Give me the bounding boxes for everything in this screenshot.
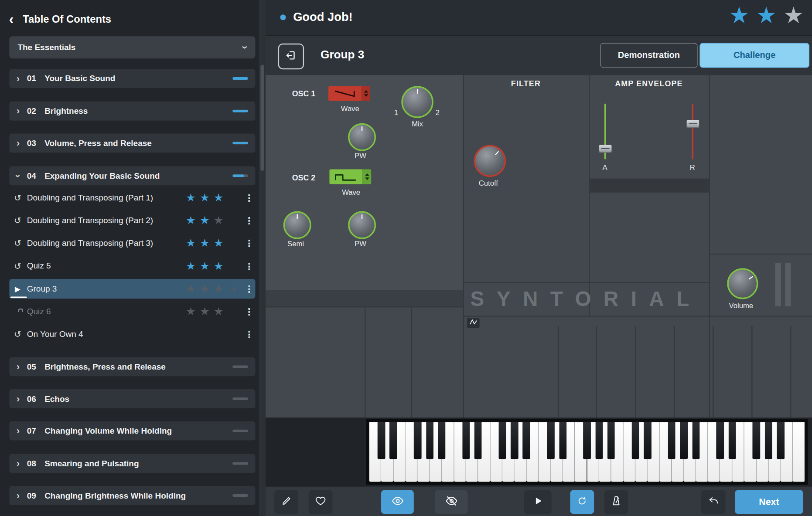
undo-icon bbox=[708, 495, 719, 509]
grid-divider bbox=[674, 326, 675, 418]
loop-button[interactable] bbox=[570, 490, 594, 514]
undo-button[interactable] bbox=[701, 490, 726, 514]
status-message: Good Job! bbox=[293, 10, 353, 24]
waveform-display-button[interactable] bbox=[467, 318, 480, 328]
kebab-menu-icon[interactable]: ⋮ bbox=[244, 261, 254, 272]
black-key[interactable] bbox=[559, 422, 566, 459]
sidebar-section-02[interactable]: › 02 Brightness bbox=[9, 102, 255, 121]
kebab-menu-icon[interactable]: ⋮ bbox=[244, 329, 254, 340]
black-key[interactable] bbox=[583, 422, 590, 459]
chevron-right-icon: › bbox=[9, 137, 27, 149]
sidebar-section-04[interactable]: › 04 Expanding Your Basic Sound bbox=[9, 166, 255, 185]
lesson-group-3-selected[interactable]: ▶ Group 3 ★ ★ ★ + ⋮ bbox=[9, 279, 255, 299]
play-button[interactable] bbox=[524, 490, 552, 514]
sidebar-section-03[interactable]: › 03 Volume, Press and Release bbox=[9, 133, 255, 153]
black-key[interactable] bbox=[668, 422, 676, 459]
osc1-label: OSC 1 bbox=[292, 89, 315, 98]
mix-knob[interactable] bbox=[401, 86, 433, 118]
black-key[interactable] bbox=[692, 422, 699, 459]
heart-icon bbox=[315, 495, 326, 509]
black-key[interactable] bbox=[607, 422, 615, 459]
star-icon: ★ bbox=[200, 238, 209, 248]
lesson-doubling-part-3[interactable]: ↺ Doubling and Transposing (Part 3) ★ ★ … bbox=[9, 234, 255, 253]
sidebar-section-09[interactable]: › 09 Changing Brightness While Holding bbox=[9, 486, 255, 505]
kebab-menu-icon[interactable]: ⋮ bbox=[244, 193, 254, 204]
next-button[interactable]: Next bbox=[735, 490, 803, 514]
black-key[interactable] bbox=[644, 422, 651, 459]
hide-button[interactable] bbox=[435, 490, 468, 514]
black-key[interactable] bbox=[498, 422, 506, 459]
black-key[interactable] bbox=[511, 422, 518, 459]
lesson-doubling-part-2[interactable]: ↺ Doubling and Transposing (Part 2) ★ ★ … bbox=[9, 210, 255, 230]
black-key[interactable] bbox=[765, 422, 772, 459]
kebab-menu-icon[interactable]: ⋮ bbox=[244, 306, 254, 318]
sidebar-section-08[interactable]: › 08 Smearing and Pulsating bbox=[9, 454, 255, 473]
black-key[interactable] bbox=[631, 422, 639, 459]
osc1-wave-selector[interactable] bbox=[328, 86, 370, 101]
exit-lesson-button[interactable] bbox=[278, 44, 304, 69]
sidebar-scrollbar[interactable] bbox=[259, 0, 266, 516]
favorite-button[interactable] bbox=[309, 490, 333, 514]
scrollbar-thumb[interactable] bbox=[260, 64, 264, 170]
show-button[interactable] bbox=[381, 490, 414, 514]
release-slider-track bbox=[692, 104, 694, 160]
section-progress-bar bbox=[232, 397, 248, 400]
semi-knob[interactable] bbox=[283, 211, 311, 239]
section-title: Echos bbox=[44, 394, 232, 403]
osc1-pw-knob[interactable] bbox=[348, 123, 376, 151]
grid-divider bbox=[790, 326, 791, 418]
lesson-quiz-5[interactable]: ↺ Quiz 5 ★ ★ ★ ⋮ bbox=[9, 256, 255, 276]
black-key[interactable] bbox=[753, 422, 760, 459]
release-slider-thumb[interactable] bbox=[687, 120, 699, 128]
black-key[interactable] bbox=[523, 422, 530, 459]
cutoff-label: Cutoff bbox=[467, 179, 509, 187]
course-dropdown[interactable]: The Essentials › bbox=[9, 36, 255, 58]
metronome-button[interactable] bbox=[604, 490, 628, 514]
pulse-wave-icon bbox=[329, 169, 362, 184]
black-key[interactable] bbox=[390, 422, 397, 459]
black-key[interactable] bbox=[414, 422, 421, 459]
demonstration-button[interactable]: Demonstration bbox=[600, 43, 697, 68]
score-stars: ★ ★ ★ bbox=[729, 3, 804, 28]
osc2-wave-selector[interactable] bbox=[329, 169, 371, 184]
lesson-stars: ★ ★ ★ bbox=[186, 283, 223, 294]
black-key[interactable] bbox=[474, 422, 482, 459]
volume-knob[interactable] bbox=[727, 268, 758, 299]
back-icon[interactable]: ‹ bbox=[0, 9, 23, 29]
white-key[interactable] bbox=[793, 422, 805, 482]
amp-envelope-header: AMP ENVELOPE bbox=[589, 79, 709, 88]
cutoff-knob[interactable] bbox=[474, 145, 506, 177]
replay-icon: ↺ bbox=[9, 261, 26, 270]
black-key[interactable] bbox=[595, 422, 603, 459]
kebab-menu-icon[interactable]: ⋮ bbox=[244, 238, 254, 249]
attack-slider-thumb[interactable] bbox=[599, 145, 612, 153]
lesson-header: Group 3 Demonstration Challenge bbox=[266, 36, 812, 76]
black-key[interactable] bbox=[426, 422, 433, 459]
sidebar-section-07[interactable]: › 07 Changing Volume While Holding bbox=[9, 421, 255, 441]
star-icon: ★ bbox=[214, 238, 223, 248]
black-key[interactable] bbox=[777, 422, 784, 459]
sidebar-section-05[interactable]: › 05 Brightness, Press and Release bbox=[9, 357, 255, 376]
black-key[interactable] bbox=[728, 422, 736, 459]
challenge-button[interactable]: Challenge bbox=[699, 43, 809, 68]
black-key[interactable] bbox=[716, 422, 724, 459]
black-key[interactable] bbox=[547, 422, 554, 459]
black-key[interactable] bbox=[680, 422, 687, 459]
black-key[interactable] bbox=[378, 422, 385, 459]
black-key[interactable] bbox=[438, 422, 446, 459]
lesson-on-your-own-4[interactable]: ↺ On Your Own 4 ⋮ bbox=[9, 325, 255, 344]
osc2-pw-knob[interactable] bbox=[348, 211, 376, 239]
chevron-right-icon: › bbox=[9, 425, 27, 437]
lesson-label: On Your Own 4 bbox=[27, 329, 83, 339]
section-number: 07 bbox=[27, 426, 44, 435]
sidebar-section-01[interactable]: › 01 Your Basic Sound bbox=[9, 69, 255, 88]
lesson-doubling-part-1[interactable]: ↺ Doubling and Transposing (Part 1) ★ ★ … bbox=[9, 188, 255, 207]
kebab-menu-icon[interactable]: ⋮ bbox=[244, 215, 254, 227]
wave-spinner[interactable] bbox=[362, 86, 370, 101]
pencil-button[interactable] bbox=[274, 490, 298, 514]
black-key[interactable] bbox=[462, 422, 470, 459]
kebab-menu-icon[interactable]: ⋮ bbox=[244, 284, 254, 295]
sidebar-section-06[interactable]: › 06 Echos bbox=[9, 389, 255, 408]
wave-spinner[interactable] bbox=[362, 169, 371, 184]
star-icon: ★ bbox=[200, 260, 209, 271]
